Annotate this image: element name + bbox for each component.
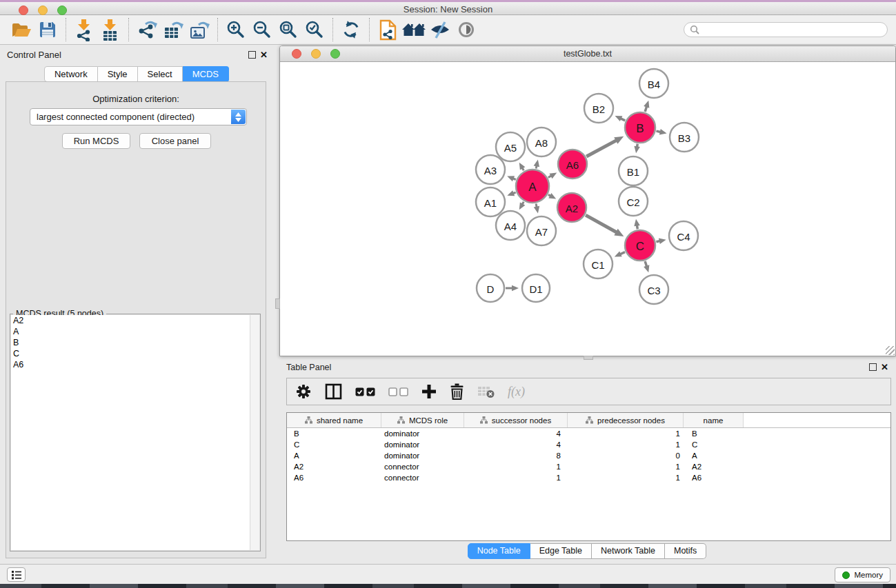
memory-label: Memory: [854, 571, 883, 579]
node-label: A6: [566, 159, 579, 171]
table-cell[interactable]: connector: [381, 474, 464, 482]
result-list-scrollbar[interactable]: [250, 315, 259, 550]
table-row[interactable]: Bdominator41B: [287, 428, 890, 439]
open-folder-icon[interactable]: [8, 17, 34, 42]
mcds-result-list[interactable]: A2ABCA6: [11, 315, 259, 550]
mcds-result-item[interactable]: A6: [11, 359, 259, 370]
zoom-out-icon[interactable]: [249, 17, 275, 42]
delete-table-icon[interactable]: [477, 385, 495, 398]
network-document-icon[interactable]: [375, 17, 401, 42]
mcds-result-item[interactable]: A2: [11, 315, 259, 326]
column-header-mcds-role[interactable]: MCDS role: [381, 413, 464, 427]
zoom-fit-icon[interactable]: [275, 17, 301, 42]
task-history-button[interactable]: [7, 567, 26, 582]
hide-graphics-details-icon[interactable]: [427, 17, 453, 42]
optimization-criterion-select[interactable]: largest connected component (directed): [30, 108, 247, 125]
function-builder-icon[interactable]: f(x): [508, 385, 525, 399]
edge-arrowhead: [659, 129, 667, 134]
zoom-selected-icon[interactable]: [301, 17, 328, 42]
tab-select[interactable]: Select: [138, 66, 183, 82]
toolbar-separator: [66, 18, 66, 41]
table-cell[interactable]: 1: [568, 440, 684, 449]
node-label: A3: [484, 165, 497, 176]
homes-icon[interactable]: [401, 17, 427, 42]
mcds-result-item[interactable]: B: [11, 337, 259, 348]
mcds-result-item[interactable]: C: [11, 348, 259, 359]
table-cell[interactable]: A6: [684, 474, 744, 482]
grayscale-eye-icon[interactable]: [453, 17, 479, 42]
float-panel-icon[interactable]: [248, 51, 256, 59]
table-cell[interactable]: 1: [464, 474, 568, 482]
add-column-icon[interactable]: [421, 384, 437, 399]
memory-button[interactable]: Memory: [835, 567, 890, 582]
export-network-icon[interactable]: [134, 17, 160, 42]
network-edge-A6-B[interactable]: [586, 140, 617, 156]
node-label: B: [636, 122, 644, 135]
table-cell[interactable]: B: [287, 429, 381, 438]
table-cell[interactable]: 4: [464, 440, 568, 449]
tab-network-table[interactable]: Network Table: [592, 543, 665, 559]
tab-edge-table[interactable]: Edge Table: [530, 543, 592, 559]
table-cell[interactable]: A2: [287, 463, 381, 471]
close-panel-button[interactable]: Close panel: [139, 133, 211, 149]
search-input[interactable]: [703, 24, 882, 35]
export-table-icon[interactable]: [160, 17, 186, 42]
table-cell[interactable]: A6: [287, 474, 381, 482]
float-table-panel-icon[interactable]: [869, 363, 877, 371]
network-edge-A2-C[interactable]: [586, 215, 617, 232]
node-label: A8: [535, 137, 548, 149]
table-row[interactable]: Adominator80A: [287, 450, 890, 461]
table-cell[interactable]: 1: [568, 474, 684, 482]
table-cell[interactable]: 1: [464, 463, 568, 471]
deselect-all-icon[interactable]: [388, 387, 408, 396]
select-all-icon[interactable]: [355, 387, 375, 396]
table-cell[interactable]: C: [684, 440, 744, 449]
save-icon[interactable]: [34, 17, 61, 42]
close-panel-icon[interactable]: ✕: [259, 50, 268, 59]
tab-motifs[interactable]: Motifs: [665, 543, 706, 559]
table-cell[interactable]: 4: [464, 429, 568, 438]
column-header-shared-name[interactable]: shared name: [287, 413, 381, 427]
tab-network[interactable]: Network: [44, 66, 98, 82]
import-network-icon[interactable]: [71, 17, 97, 42]
run-mcds-button[interactable]: Run MCDS: [62, 133, 130, 149]
table-cell[interactable]: 8: [464, 452, 568, 460]
refresh-icon[interactable]: [338, 17, 364, 42]
tab-node-table[interactable]: Node Table: [468, 543, 530, 559]
column-header-predecessor-nodes[interactable]: predecessor nodes: [568, 413, 684, 427]
gear-icon[interactable]: [295, 383, 312, 400]
delete-column-icon[interactable]: [450, 383, 464, 400]
table-cell[interactable]: dominator: [381, 440, 464, 449]
node-table-header: shared name MCDS role successor nodes pr…: [287, 413, 890, 428]
table-row[interactable]: A2connector11A2: [287, 461, 890, 472]
table-cell[interactable]: A: [684, 452, 744, 460]
edge-arrowhead: [634, 219, 639, 227]
table-cell[interactable]: 1: [568, 429, 684, 438]
network-canvas[interactable]: AA1A2A3A4A5A6A7A8BB1B2B3B4CC1C2C3C4DD1: [281, 62, 895, 355]
columns-icon[interactable]: [325, 383, 342, 400]
network-window-titlebar[interactable]: testGlobe.txt: [280, 46, 895, 62]
import-table-icon[interactable]: [97, 17, 123, 42]
export-image-icon[interactable]: [186, 17, 212, 42]
resize-grip[interactable]: [886, 346, 895, 355]
column-header-name[interactable]: name: [684, 413, 744, 427]
vertical-scrollbar-thumb[interactable]: [275, 298, 280, 309]
tab-style[interactable]: Style: [98, 66, 138, 82]
table-row[interactable]: Cdominator41C: [287, 439, 890, 450]
table-cell[interactable]: dominator: [381, 429, 464, 438]
close-table-panel-icon[interactable]: ✕: [880, 363, 889, 372]
table-cell[interactable]: A2: [684, 463, 744, 471]
mcds-result-item[interactable]: A: [11, 326, 259, 337]
table-cell[interactable]: 1: [568, 463, 684, 471]
zoom-in-icon[interactable]: [223, 17, 249, 42]
column-header-successor-nodes[interactable]: successor nodes: [464, 413, 568, 427]
table-row[interactable]: A6connector11A6: [287, 472, 890, 483]
search-field[interactable]: [684, 22, 888, 37]
table-cell[interactable]: dominator: [381, 452, 464, 460]
tab-mcds[interactable]: MCDS: [183, 66, 229, 82]
table-cell[interactable]: A: [287, 452, 381, 460]
table-cell[interactable]: B: [684, 429, 744, 438]
table-cell[interactable]: connector: [381, 463, 464, 471]
table-cell[interactable]: 0: [568, 452, 684, 460]
table-cell[interactable]: C: [287, 440, 381, 449]
